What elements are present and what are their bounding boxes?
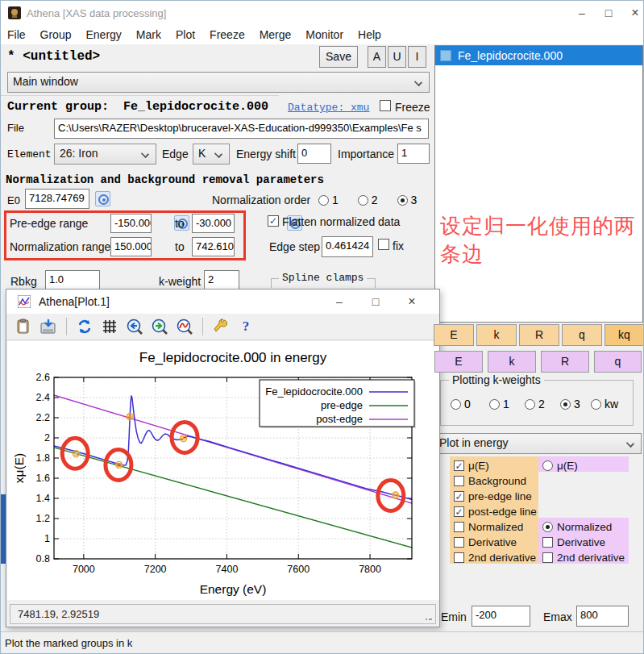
plot-current-kq[interactable]: kq (605, 324, 644, 346)
kweight-input[interactable]: 2 (204, 270, 239, 290)
pre-edge-to-input[interactable]: -30.000 (192, 214, 235, 233)
checkbox-icon[interactable] (542, 537, 553, 548)
rbkg-input[interactable]: 1.0 (45, 270, 100, 290)
datatype-link[interactable]: Datatype: xmu (288, 102, 369, 114)
checkbox-icon[interactable] (454, 537, 464, 548)
plot-marked-E[interactable]: E (434, 351, 483, 373)
kweight-option-1[interactable]: 1 (489, 398, 509, 410)
emax-input[interactable]: 800 (576, 606, 629, 627)
wrench-icon[interactable] (212, 318, 230, 335)
mark-button-u[interactable]: U (388, 46, 406, 68)
menu-monitor[interactable]: Monitor (305, 28, 343, 41)
checkbox-icon[interactable] (454, 522, 464, 532)
save-icon[interactable] (39, 318, 57, 335)
norm-order-2[interactable]: 2 (358, 194, 378, 206)
minimize-button[interactable]: – (570, 4, 594, 22)
edge-step-input[interactable]: 0.461424 (322, 236, 373, 257)
plot-marked-q[interactable]: q (594, 351, 642, 373)
menu-group[interactable]: Group (40, 28, 72, 41)
plot-current-E[interactable]: E (434, 324, 474, 346)
group-mark-checkbox[interactable] (440, 50, 451, 61)
energy-right-label: Derivative (557, 536, 605, 548)
plot-current-R[interactable]: R (519, 324, 559, 346)
edge-select[interactable]: K (193, 144, 230, 165)
plot-current-q[interactable]: q (562, 324, 602, 346)
pre-edge-from-input[interactable]: -150.000 (110, 214, 152, 233)
energy-right-option[interactable]: 2nd derivative (542, 550, 625, 565)
plot-current-k[interactable]: k (476, 324, 517, 346)
energy-left-option[interactable]: Derivative (454, 535, 517, 550)
kweight-option-2[interactable]: 2 (525, 398, 545, 410)
maximize-button[interactable]: □ (596, 4, 621, 22)
plot-in-energy-select[interactable]: Plot in energy (434, 433, 642, 454)
zoom-forward-icon[interactable] (151, 318, 168, 335)
zoom-reset-icon[interactable] (176, 318, 193, 335)
kweight-option-0[interactable]: 0 (451, 398, 471, 410)
e0-input[interactable]: 7128.74769 (25, 189, 89, 209)
fix-checkbox[interactable] (378, 239, 389, 250)
mark-button-a[interactable]: A (368, 46, 386, 68)
resize-grip[interactable] (425, 613, 433, 621)
plot-minimize-button[interactable]: – (327, 293, 351, 310)
flatten-checkbox[interactable]: ✓ (268, 215, 279, 227)
norm-to-input[interactable]: 742.610 (192, 237, 235, 256)
energy-left-label: 2nd derivative (468, 552, 536, 564)
energy-left-option[interactable]: Normalized (454, 519, 523, 535)
checkbox-icon[interactable]: ✓ (454, 460, 464, 471)
norm-from-input[interactable]: 150.000 (110, 237, 152, 256)
normalization-range-label: Normalization range (10, 240, 110, 253)
close-button[interactable]: × (623, 4, 644, 22)
energy-right-option[interactable]: μ(E) (542, 458, 578, 473)
radio-icon[interactable] (542, 522, 553, 532)
kweights-label: Plotting k-weights (449, 373, 544, 386)
menu-file[interactable]: File (7, 28, 26, 41)
importance-input[interactable]: 1 (397, 144, 430, 164)
menu-energy[interactable]: Energy (85, 28, 121, 41)
plot-close-button[interactable]: × (400, 293, 424, 310)
file-input[interactable]: C:\Users\RAZER\Desktop\bruceravel-XAS-Ed… (54, 119, 429, 139)
checkbox-icon[interactable] (454, 552, 464, 563)
energy-left-option[interactable]: 2nd derivative (454, 550, 536, 565)
copy-icon[interactable] (15, 318, 32, 335)
save-button[interactable]: Save (319, 46, 358, 68)
checkbox-icon[interactable] (454, 476, 464, 486)
norm-order-3[interactable]: 3 (397, 194, 418, 206)
plot-marked-R[interactable]: R (541, 351, 589, 373)
radio-icon (489, 399, 500, 410)
kweight-option-3[interactable]: 3 (560, 398, 580, 410)
freeze-checkbox[interactable] (380, 100, 391, 111)
energy-left-option[interactable]: ✓μ(E) (454, 458, 489, 473)
menu-help[interactable]: Help (358, 28, 381, 41)
zoom-back-icon[interactable] (126, 318, 143, 335)
element-select[interactable]: 26: Iron (54, 144, 156, 165)
main-window-select[interactable]: Main window (7, 72, 430, 93)
group-list-item[interactable]: Fe_lepidocrocite.000 (435, 46, 642, 65)
radio-icon[interactable] (542, 460, 553, 471)
e0-pluck-icon[interactable] (95, 191, 110, 206)
energy-left-option[interactable]: ✓pre-edge line (454, 489, 532, 504)
grid-icon[interactable] (101, 318, 118, 335)
plot-marked-k[interactable]: k (488, 351, 536, 373)
menu-plot[interactable]: Plot (176, 28, 195, 41)
checkbox-icon[interactable]: ✓ (454, 491, 464, 502)
chevron-down-icon (414, 78, 422, 86)
kweight-option-label: 3 (574, 398, 580, 410)
group-name: Fe_lepidocrocite.000 (458, 49, 563, 62)
menu-freeze[interactable]: Freeze (210, 28, 245, 41)
energy-shift-input[interactable]: 0 (297, 144, 331, 164)
checkbox-icon[interactable]: ✓ (454, 506, 464, 517)
emin-input[interactable]: -200 (472, 606, 530, 627)
menu-merge[interactable]: Merge (260, 28, 292, 41)
radio-icon (397, 195, 408, 206)
checkbox-icon[interactable] (542, 552, 553, 563)
kweight-option-kw[interactable]: kw (591, 398, 618, 410)
norm-order-1[interactable]: 1 (318, 194, 339, 206)
energy-left-option[interactable]: ✓post-edge line (454, 504, 537, 519)
energy-left-label: Derivative (468, 536, 517, 548)
menu-mark[interactable]: Mark (136, 28, 161, 41)
help-icon[interactable]: ? (237, 318, 255, 335)
mark-button-i[interactable]: I (408, 46, 426, 68)
energy-left-option[interactable]: Background (454, 473, 526, 489)
plot-maximize-button[interactable]: □ (364, 293, 388, 310)
refresh-icon[interactable] (76, 318, 93, 335)
